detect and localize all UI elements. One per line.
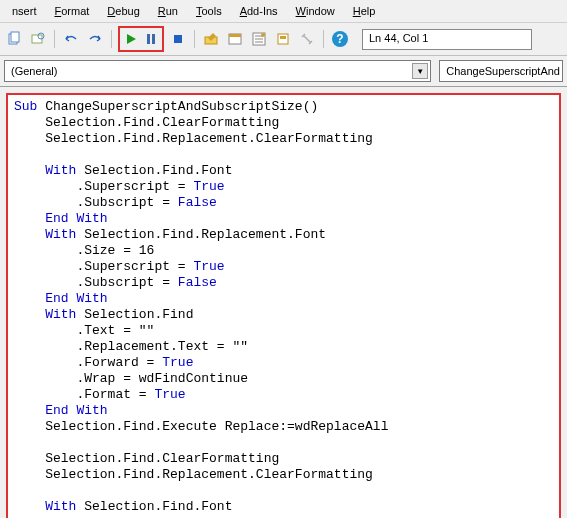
keyword-false: False <box>178 195 217 210</box>
menu-tools[interactable]: Tools <box>188 2 230 20</box>
svg-rect-13 <box>280 36 286 39</box>
code-text: .Subscript = <box>14 195 178 210</box>
keyword-with: With <box>14 163 76 178</box>
copy-icon[interactable] <box>4 29 24 49</box>
code-text: .Size = 16 <box>14 243 154 258</box>
reset-icon[interactable] <box>168 29 188 49</box>
svg-point-11 <box>261 33 265 37</box>
code-text: .Format = <box>14 387 154 402</box>
code-text: .Wrap = wdFindContinue <box>14 371 248 386</box>
keyword-true: True <box>154 387 185 402</box>
dropdown-bar: (General) ▼ ChangeSuperscriptAnd <box>0 56 567 87</box>
keyword-endwith: End With <box>14 403 108 418</box>
keyword-with: With <box>14 499 76 514</box>
run-group-highlight <box>118 26 164 52</box>
object-dropdown[interactable]: (General) ▼ <box>4 60 431 82</box>
code-text: Selection.Find.ClearFormatting <box>14 115 279 130</box>
code-text: .Superscript = <box>14 259 193 274</box>
object-browser-icon[interactable] <box>273 29 293 49</box>
keyword-endwith: End With <box>14 211 108 226</box>
menu-window[interactable]: Window <box>288 2 343 20</box>
keyword-true: True <box>193 179 224 194</box>
keyword-sub: Sub <box>14 99 37 114</box>
code-editor-highlight: Sub ChangeSuperscriptAndSubscriptSize() … <box>6 93 561 518</box>
project-explorer-icon[interactable] <box>225 29 245 49</box>
cursor-position: Ln 44, Col 1 <box>362 29 532 50</box>
menu-format[interactable]: Format <box>46 2 97 20</box>
code-text: Selection.Find.Font <box>76 499 232 514</box>
procedure-dropdown-value: ChangeSuperscriptAnd <box>446 65 560 77</box>
keyword-true: True <box>162 355 193 370</box>
help-icon[interactable]: ? <box>330 29 350 49</box>
object-dropdown-value: (General) <box>11 65 57 77</box>
find-icon[interactable] <box>28 29 48 49</box>
keyword-with: With <box>14 227 76 242</box>
keyword-endwith: End With <box>14 291 108 306</box>
menu-run[interactable]: Run <box>150 2 186 20</box>
code-text: Selection.Find <box>76 307 193 322</box>
code-text: .Replacement.Text = "" <box>14 339 248 354</box>
code-text: Selection.Find.Replacement.ClearFormatti… <box>14 131 373 146</box>
separator <box>194 30 195 48</box>
keyword-false: False <box>178 275 217 290</box>
separator <box>323 30 324 48</box>
toolbar: ? Ln 44, Col 1 <box>0 23 567 56</box>
code-text: Selection.Find.Font <box>76 163 232 178</box>
code-text: .Text = "" <box>14 323 154 338</box>
code-text: Selection.Find.ClearFormatting <box>14 451 279 466</box>
menu-insert[interactable]: nsert <box>4 2 44 20</box>
svg-rect-6 <box>174 35 182 43</box>
run-icon[interactable] <box>121 29 141 49</box>
menu-debug[interactable]: Debug <box>99 2 147 20</box>
code-editor[interactable]: Sub ChangeSuperscriptAndSubscriptSize() … <box>8 95 559 518</box>
code-text: ChangeSuperscriptAndSubscriptSize() <box>37 99 318 114</box>
separator <box>54 30 55 48</box>
code-text: Selection.Find.Execute Replace:=wdReplac… <box>14 419 388 434</box>
design-mode-icon[interactable] <box>201 29 221 49</box>
svg-text:?: ? <box>336 32 343 46</box>
svg-rect-9 <box>229 34 241 37</box>
toolbox-icon[interactable] <box>297 29 317 49</box>
code-text: .Forward = <box>14 355 162 370</box>
keyword-with: With <box>14 307 76 322</box>
undo-icon[interactable] <box>61 29 81 49</box>
chevron-down-icon[interactable]: ▼ <box>412 63 428 79</box>
code-text: Selection.Find.Replacement.ClearFormatti… <box>14 467 373 482</box>
code-text: .Subscript = <box>14 275 178 290</box>
separator <box>111 30 112 48</box>
svg-rect-5 <box>152 34 155 44</box>
menubar: nsert Format Debug Run Tools Add-Ins Win… <box>0 0 567 23</box>
svg-rect-4 <box>147 34 150 44</box>
menu-help[interactable]: Help <box>345 2 384 20</box>
menu-addins[interactable]: Add-Ins <box>232 2 286 20</box>
code-text: .Superscript = <box>14 179 193 194</box>
redo-icon[interactable] <box>85 29 105 49</box>
properties-icon[interactable] <box>249 29 269 49</box>
break-icon[interactable] <box>141 29 161 49</box>
svg-rect-1 <box>11 32 19 42</box>
code-text: Selection.Find.Replacement.Font <box>76 227 326 242</box>
keyword-true: True <box>193 259 224 274</box>
procedure-dropdown[interactable]: ChangeSuperscriptAnd <box>439 60 563 82</box>
